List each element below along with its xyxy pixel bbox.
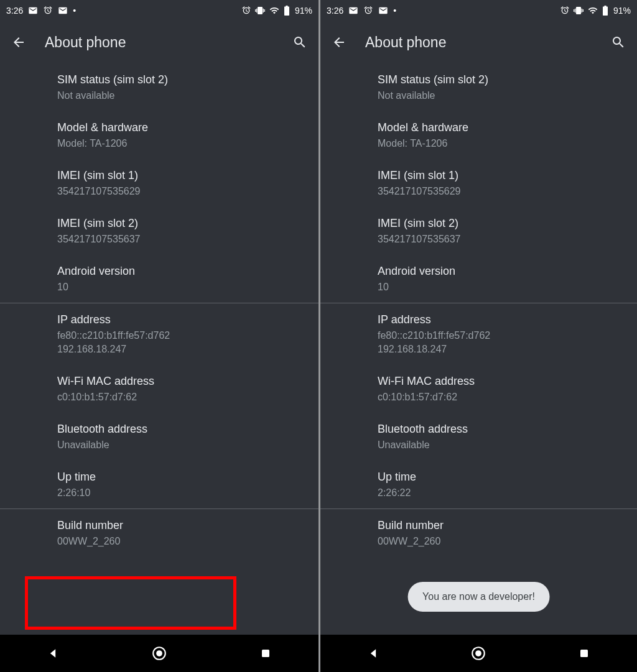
status-bar: 3:26 • 91% — [0, 0, 318, 21]
item-value: Not available — [378, 89, 637, 103]
svg-point-1 — [156, 650, 162, 656]
item-value-line2: 192.168.18.247 — [57, 343, 318, 356]
item-value: Unavailable — [57, 438, 318, 452]
item-build-number[interactable]: Build number 00WW_2_260 — [320, 509, 637, 557]
triangle-back-icon — [47, 647, 59, 660]
page-title: About phone — [45, 34, 274, 51]
item-bluetooth-address[interactable]: Bluetooth address Unavailable — [0, 413, 318, 461]
item-sim-status-2[interactable]: SIM status (sim slot 2) Not available — [320, 63, 637, 111]
item-model-hardware[interactable]: Model & hardware Model: TA-1206 — [320, 111, 637, 159]
nav-home-button[interactable] — [134, 645, 184, 661]
alarm-icon — [363, 6, 373, 16]
item-label: IMEI (sim slot 2) — [378, 216, 637, 231]
item-label: Up time — [57, 469, 318, 484]
item-value: c0:10:b1:57:d7:62 — [57, 390, 318, 404]
battery-percent: 91% — [613, 6, 631, 16]
item-value: 00WW_2_260 — [57, 535, 318, 548]
item-value: 354217107535629 — [57, 185, 318, 198]
circle-home-icon — [470, 645, 486, 661]
settings-list[interactable]: SIM status (sim slot 2) Not available Mo… — [320, 63, 637, 635]
back-button[interactable] — [332, 35, 346, 50]
navigation-bar — [320, 635, 637, 672]
alarm-icon — [43, 6, 53, 16]
item-label: IP address — [378, 312, 637, 327]
item-ip-address[interactable]: IP address fe80::c210:b1ff:fe57:d762 192… — [0, 303, 318, 365]
nav-recents-button[interactable] — [241, 648, 291, 659]
item-label: Android version — [378, 264, 637, 278]
item-value: 00WW_2_260 — [378, 535, 637, 548]
triangle-back-icon — [367, 647, 379, 660]
nav-back-button[interactable] — [348, 647, 398, 660]
circle-home-icon — [151, 645, 167, 661]
item-value: Unavailable — [378, 438, 637, 452]
item-wifi-mac[interactable]: Wi-Fi MAC address c0:10:b1:57:d7:62 — [320, 365, 637, 413]
wifi-icon — [269, 6, 280, 16]
item-value: 354217107535637 — [378, 232, 637, 246]
more-notifications-icon: • — [393, 6, 396, 16]
status-bar: 3:26 • 91% — [320, 0, 637, 21]
item-label: Android version — [57, 264, 318, 278]
item-imei-2[interactable]: IMEI (sim slot 2) 354217107535637 — [0, 207, 318, 255]
gmail-icon — [348, 6, 358, 16]
item-build-number[interactable]: Build number 00WW_2_260 — [0, 509, 318, 557]
item-value: 10 — [378, 280, 637, 294]
nav-back-button[interactable] — [28, 647, 78, 660]
search-button[interactable] — [611, 35, 626, 50]
item-sim-status-2[interactable]: SIM status (sim slot 2) Not available — [0, 63, 318, 111]
item-android-version[interactable]: Android version 10 — [320, 255, 637, 303]
square-recents-icon — [579, 648, 590, 659]
nav-recents-button[interactable] — [559, 648, 609, 659]
item-wifi-mac[interactable]: Wi-Fi MAC address c0:10:b1:57:d7:62 — [0, 365, 318, 413]
item-value-line1: fe80::c210:b1ff:fe57:d762 — [378, 329, 637, 343]
vibrate-icon — [574, 6, 584, 16]
item-imei-1[interactable]: IMEI (sim slot 1) 354217107535629 — [0, 159, 318, 207]
search-icon — [611, 35, 626, 50]
item-value: 2:26:10 — [57, 486, 318, 500]
item-value: 354217107535629 — [378, 185, 637, 198]
item-value: 2:26:22 — [378, 486, 637, 500]
phone-right: 3:26 • 91% About phone — [318, 0, 637, 672]
item-value: 354217107535637 — [57, 232, 318, 246]
settings-list[interactable]: SIM status (sim slot 2) Not available Mo… — [0, 63, 318, 635]
app-bar: About phone — [0, 21, 318, 63]
alarm-icon — [241, 6, 251, 16]
vibrate-icon — [255, 6, 265, 16]
alarm-icon — [560, 6, 570, 16]
item-up-time[interactable]: Up time 2:26:22 — [320, 461, 637, 509]
more-notifications-icon: • — [73, 6, 76, 16]
item-value: Model: TA-1206 — [378, 137, 637, 150]
item-android-version[interactable]: Android version 10 — [0, 255, 318, 303]
item-label: Wi-Fi MAC address — [57, 374, 318, 389]
item-imei-1[interactable]: IMEI (sim slot 1) 354217107535629 — [320, 159, 637, 207]
item-value-line2: 192.168.18.247 — [378, 343, 637, 356]
item-value: Not available — [57, 89, 318, 103]
item-label: SIM status (sim slot 2) — [378, 72, 637, 87]
svg-point-4 — [476, 650, 482, 656]
item-label: Build number — [57, 518, 318, 533]
navigation-bar — [0, 635, 318, 672]
search-icon — [292, 35, 307, 50]
item-bluetooth-address[interactable]: Bluetooth address Unavailable — [320, 413, 637, 461]
item-label: IMEI (sim slot 2) — [57, 216, 318, 231]
search-button[interactable] — [292, 35, 307, 50]
battery-icon — [284, 6, 290, 16]
nav-home-button[interactable] — [453, 645, 503, 661]
item-model-hardware[interactable]: Model & hardware Model: TA-1206 — [0, 111, 318, 159]
back-button[interactable] — [11, 35, 26, 50]
item-value-line1: fe80::c210:b1ff:fe57:d762 — [57, 329, 318, 343]
gmail-icon — [28, 6, 38, 16]
app-bar: About phone — [320, 21, 637, 63]
toast-message: You are now a developer! — [407, 582, 550, 612]
phone-left: 3:26 • 91% About phone — [0, 0, 318, 672]
square-recents-icon — [260, 648, 271, 659]
item-value: 10 — [57, 280, 318, 294]
item-up-time[interactable]: Up time 2:26:10 — [0, 461, 318, 509]
svg-rect-2 — [262, 650, 269, 657]
wifi-icon — [587, 6, 598, 16]
item-ip-address[interactable]: IP address fe80::c210:b1ff:fe57:d762 192… — [320, 303, 637, 365]
item-imei-2[interactable]: IMEI (sim slot 2) 354217107535637 — [320, 207, 637, 255]
page-title: About phone — [365, 34, 592, 51]
item-value: Model: TA-1206 — [57, 137, 318, 150]
gmail-icon — [378, 6, 388, 16]
arrow-back-icon — [11, 35, 26, 50]
